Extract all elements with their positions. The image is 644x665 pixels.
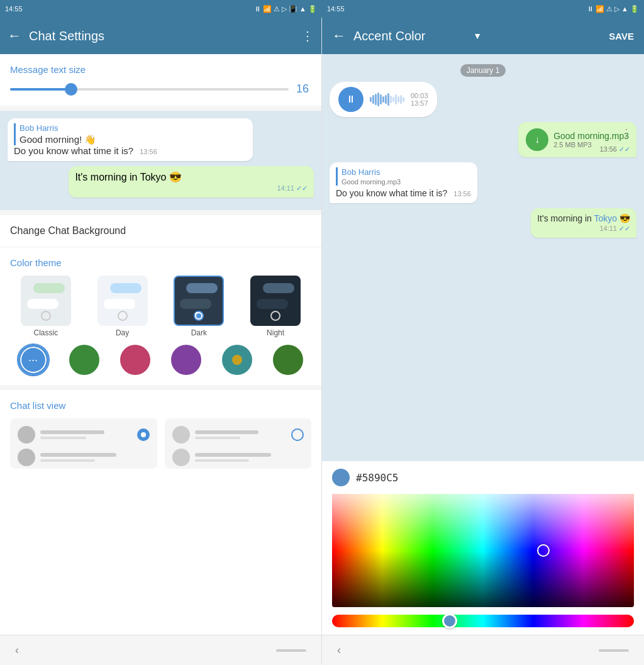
message-text-size-section: Message text size 16 [0,54,321,106]
left-nav-bar: ‹ [0,635,321,665]
more-options-icon[interactable]: ⋮ [621,127,631,139]
right-panel: ← Accent Color ▼ SAVE January 1 ⏸ [322,18,644,665]
status-bar-right: 14:55 ⏸ 📶 ⚠ ▷ ▲ 🔋 [322,0,644,18]
chat-list-view-section: Chat list view [0,390,321,635]
voice-time: 13:57 [411,99,428,107]
option1-radio [137,428,150,441]
color-dark-green[interactable] [273,345,303,375]
theme-night[interactable]: Night [240,276,311,337]
incoming-msg-row: Bob Harris Good morning.mp3 Do you know … [330,162,636,203]
file-name: Good morning.mp3 [553,131,629,141]
nav-handle-right [599,649,629,652]
right-nav-bar: ‹ [322,635,644,665]
theme-dark-label: Dark [191,328,207,337]
tokyo-link[interactable]: Tokyo [594,213,618,223]
back-button[interactable]: ← [8,28,21,44]
theme-night-label: Night [267,328,284,337]
chat-area: January 1 ⏸ [322,54,644,461]
voice-duration: 00:03 [411,92,428,99]
right-back-button[interactable]: ← [332,28,346,44]
theme-classic-radio [41,311,51,321]
voice-message-row: ⏸ [330,82,636,117]
color-spectrum[interactable] [332,494,634,607]
hex-input[interactable] [356,472,431,484]
chat-list-preview-row [10,418,311,469]
theme-dark[interactable]: Dark [164,276,235,337]
color-theme-label: Color theme [10,257,311,268]
save-button[interactable]: SAVE [609,31,634,42]
theme-day-radio [118,311,128,321]
color-green[interactable] [69,345,99,375]
avatar-1 [18,426,35,444]
accent-color-title: Accent Color [353,29,465,43]
theme-day[interactable]: Day [87,276,158,337]
color-blue[interactable]: ··· [18,345,48,375]
color-pink[interactable] [120,345,150,375]
spectrum-overlay [332,494,634,607]
slider-fill [10,88,71,91]
status-bar-left: 14:55 ⏸ 📶 ⚠ ▷ 📳 ▲ 🔋 [0,0,322,18]
text-size-slider[interactable] [10,88,289,91]
msg-subtitle: Good morning.mp3 [341,178,471,186]
color-preview-circle [332,469,350,486]
preview-sender: Bob Harris [19,123,247,133]
outgoing-msg-row: It's morning in Tokyo 😎 14:11 ✓✓ [330,208,636,238]
color-theme-section: Color theme Classic Day [0,247,321,385]
outgoing-text: It's morning in Tokyo 😎 [537,213,630,223]
avatar-4 [172,449,190,466]
voice-bubble: ⏸ [330,82,437,117]
spectrum-cursor[interactable] [537,544,550,557]
slider-thumb[interactable] [65,83,77,96]
preview-text2: Do you know what time it is? 13:56 [14,145,247,156]
hex-input-row [332,469,634,486]
theme-classic-label: Classic [34,328,58,337]
dropdown-arrow-icon[interactable]: ▼ [473,31,482,41]
option2-radio [291,428,304,441]
preview-incoming-bubble: Bob Harris Good morning! 👋 Do you know w… [8,118,253,161]
chat-preview: Bob Harris Good morning! 👋 Do you know w… [0,111,321,210]
nav-back-left[interactable]: ‹ [15,644,19,657]
play-pause-button[interactable]: ⏸ [338,87,364,112]
chat-list-option2[interactable] [165,418,312,469]
date-badge: January 1 [330,64,636,77]
status-bar: 14:55 ⏸ 📶 ⚠ ▷ 📳 ▲ 🔋 14:55 ⏸ 📶 ⚠ ▷ ▲ 🔋 [0,0,644,18]
avatar-2 [18,449,35,466]
file-message-row: ↓ Good morning.mp3 2.5 MB MP3 ⋮ 13:56 ✓✓ [330,122,636,157]
main-content: ← Chat Settings ⋮ Message text size 16 B… [0,18,644,665]
theme-dark-preview [174,276,224,326]
msg-sender: Bob Harris [341,167,471,177]
theme-grid: Classic Day Dark [10,276,311,337]
outgoing-meta: 14:11 ✓✓ [537,225,630,233]
file-bubble: ↓ Good morning.mp3 2.5 MB MP3 ⋮ 13:56 ✓✓ [518,122,636,157]
change-background-button[interactable]: Change Chat Background [0,215,321,247]
hue-slider[interactable] [332,615,634,627]
text-size-slider-row: 16 [10,82,311,96]
outgoing-bubble: It's morning in Tokyo 😎 14:11 ✓✓ [531,208,636,238]
theme-dark-radio [194,311,204,321]
theme-classic[interactable]: Classic [10,276,82,337]
theme-classic-preview [21,276,71,326]
status-icons-right: ⏸ 📶 ⚠ ▷ ▲ 🔋 [587,5,639,13]
status-icons-left: ⏸ 📶 ⚠ ▷ 📳 ▲ 🔋 [254,5,317,13]
time-left: 14:55 [5,5,23,13]
incoming-bubble: Bob Harris Good morning.mp3 Do you know … [330,162,477,203]
color-purple[interactable] [171,345,201,375]
preview-text1: Good morning! 👋 [19,134,247,145]
time-right: 14:55 [327,5,345,13]
more-options-button[interactable]: ⋮ [301,28,314,43]
color-picker-section [322,461,644,635]
file-meta: 13:56 ✓✓ [599,145,630,154]
hue-thumb[interactable] [442,613,457,629]
quote-border: Bob Harris Good morning.mp3 [336,167,471,186]
message-text-size-label: Message text size [10,64,311,75]
chat-list-option1[interactable] [10,418,157,469]
theme-night-radio [270,311,280,321]
color-teal[interactable] [222,345,252,375]
page-title: Chat Settings [29,29,294,43]
nav-back-right[interactable]: ‹ [337,644,341,657]
avatar-3 [172,426,190,444]
preview-outgoing-bubble: It's morning in Tokyo 😎 14:11 ✓✓ [69,166,314,198]
nav-handle-left [276,649,306,652]
download-button[interactable]: ↓ [526,128,548,151]
right-header: ← Accent Color ▼ SAVE [322,18,644,54]
